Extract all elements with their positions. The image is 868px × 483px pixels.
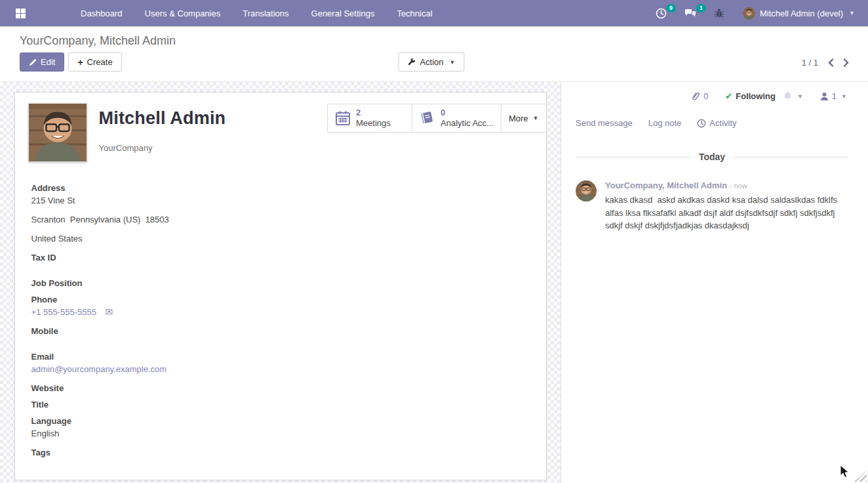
title-label: Title [31, 398, 533, 411]
mouse-cursor [840, 465, 851, 479]
job-position-label: Job Position [31, 277, 533, 289]
pencil-icon [29, 58, 37, 66]
menu-technical[interactable]: Technical [388, 0, 441, 26]
form-view-background: Mitchell Admin YourCompany 2 Meetings [0, 82, 561, 483]
country-value: United States [31, 232, 533, 245]
chat-bubbles-icon [684, 8, 697, 19]
analytic-accounts-stat-button[interactable]: 0 Analytic Acc... [412, 104, 502, 133]
pager: 1 / 1 [802, 58, 850, 68]
address-label: Address [31, 182, 533, 194]
attachments-count: 0 [703, 91, 708, 101]
tags-label: Tags [31, 446, 533, 459]
phone-label: Phone [31, 293, 533, 306]
meetings-label: Meetings [356, 118, 391, 129]
meetings-count: 2 [356, 108, 391, 118]
log-note-button[interactable]: Log note [648, 118, 682, 128]
create-button[interactable]: + Create [68, 52, 121, 72]
user-menu[interactable]: Mitchell Admin (devel) ▼ [736, 7, 858, 20]
menu-general-settings[interactable]: General Settings [303, 0, 384, 26]
language-label: Language [31, 415, 533, 427]
breadcrumb[interactable]: YourCompany, Mitchell Admin [0, 26, 868, 48]
calendar-icon [335, 110, 351, 126]
followers-button[interactable]: 1 ▼ [820, 91, 847, 101]
company-name-link[interactable]: YourCompany [99, 143, 153, 153]
street-value: 215 Vine St [31, 194, 533, 207]
pager-previous-icon[interactable] [827, 58, 834, 67]
today-label: Today [699, 152, 725, 162]
activity-clock-icon [697, 119, 706, 128]
pager-value: 1 / 1 [802, 58, 818, 68]
tax-id-label: Tax ID [31, 251, 533, 264]
chatter-panel: 0 ✔ Following ▼ 1 ▼ Send message Log not… [561, 82, 868, 483]
menu-translations[interactable]: Translations [234, 0, 297, 26]
more-label: More [509, 114, 528, 123]
following-button[interactable]: ✔ Following ▼ [725, 91, 802, 101]
action-dropdown-button[interactable]: Action ▼ [398, 52, 464, 72]
contact-photo[interactable] [28, 103, 87, 162]
activity-label: Activity [709, 118, 736, 128]
messages-count-badge: 1 [696, 4, 706, 12]
meetings-stat-button[interactable]: 2 Meetings [327, 104, 412, 133]
email-link[interactable]: admin@yourcompany.example.com [31, 364, 167, 374]
chevron-down-icon: ▼ [533, 115, 539, 121]
message-author[interactable]: YourCompany, Mitchell Admin [605, 180, 727, 190]
message-body: kakas dkasd askd akdkas daskd ksa dalsd … [605, 194, 849, 232]
user-avatar [743, 7, 755, 20]
chevron-down-icon: ▼ [849, 10, 855, 16]
analytic-label: Analytic Acc... [441, 118, 494, 129]
following-label: Following [736, 91, 776, 101]
paperclip-icon [692, 91, 700, 101]
analytic-count: 0 [441, 108, 494, 118]
today-separator: Today [576, 152, 848, 162]
website-label: Website [31, 382, 533, 394]
clock-icon [656, 8, 667, 19]
check-icon: ✔ [725, 91, 732, 101]
contact-name-title: Mitchell Admin [99, 108, 226, 129]
messages-menu-button[interactable]: 1 [679, 5, 702, 22]
message-timestamp: - now [730, 182, 747, 190]
mobile-label: Mobile [31, 325, 533, 337]
control-panel: YourCompany, Mitchell Admin Edit + Creat… [0, 26, 868, 82]
top-navbar: Dashboard Users & Companies Translations… [0, 0, 868, 26]
book-icon [420, 110, 435, 126]
plus-icon: + [77, 58, 83, 67]
bell-icon[interactable] [783, 91, 793, 101]
more-dropdown-button[interactable]: More ▼ [501, 104, 547, 133]
schedule-activity-button[interactable]: Activity [697, 118, 736, 128]
wrench-icon [407, 58, 416, 66]
activities-menu-button[interactable]: 9 [650, 5, 672, 22]
pager-next-icon[interactable] [843, 58, 850, 67]
menu-dashboard[interactable]: Dashboard [72, 0, 131, 26]
followers-count: 1 [832, 91, 837, 101]
person-icon [820, 92, 829, 101]
phone-link[interactable]: +1 555-555-5555 [31, 307, 96, 317]
edit-label: Edit [41, 57, 55, 67]
activities-count-badge: 9 [666, 4, 676, 12]
chatter-message: YourCompany, Mitchell Admin - now kakas … [576, 180, 848, 232]
action-label: Action [420, 57, 443, 67]
attachments-button[interactable]: 0 [692, 91, 708, 101]
create-label: Create [87, 57, 113, 67]
chevron-down-icon[interactable]: ▼ [797, 93, 803, 100]
main-menu: Dashboard Users & Companies Translations… [72, 0, 441, 26]
stat-button-group: 2 Meetings 0 Analytic Acc... More ▼ [327, 104, 546, 133]
user-name: Mitchell Admin (devel) [760, 9, 843, 18]
language-value: English [31, 427, 533, 440]
email-label: Email [31, 350, 533, 363]
chevron-down-icon: ▼ [450, 59, 456, 66]
form-sheet: Mitchell Admin YourCompany 2 Meetings [14, 92, 547, 480]
sms-envelope-icon[interactable]: ✉ [106, 306, 113, 317]
edit-button[interactable]: Edit [20, 52, 64, 72]
debug-bug-icon[interactable] [709, 5, 730, 21]
apps-menu-icon[interactable] [5, 0, 35, 26]
send-message-button[interactable]: Send message [576, 118, 633, 128]
chevron-down-icon[interactable]: ▼ [841, 93, 847, 100]
menu-users-companies[interactable]: Users & Companies [136, 0, 229, 26]
systray: 9 1 Mitchell Admin (devel) ▼ [650, 5, 858, 22]
message-author-avatar [576, 180, 597, 201]
contact-fields: Address 215 Vine St Scranton Pennsylvani… [28, 182, 533, 459]
city-state-zip-value: Scranton Pennsylvania (US) 18503 [31, 213, 533, 226]
